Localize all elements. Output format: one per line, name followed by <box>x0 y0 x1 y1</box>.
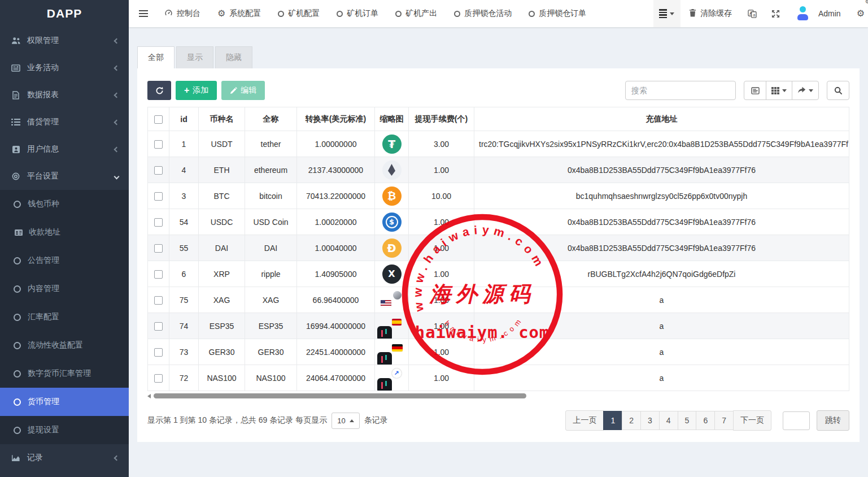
nav-tab-staking-activity[interactable]: 质押锁仓活动 <box>446 0 520 27</box>
circle-icon <box>454 11 460 17</box>
gear-icon: ⚙ <box>865 0 868 5</box>
submenu-item-content[interactable]: 内容管理 <box>0 275 129 303</box>
col-id: id <box>169 107 199 131</box>
nav-tab-miner-output[interactable]: 矿机产出 <box>387 0 446 27</box>
scrollbar-thumb[interactable] <box>154 393 526 398</box>
tab-all[interactable]: 全部 <box>137 46 175 68</box>
submenu-item-exchange-rate[interactable]: 汇率配置 <box>0 303 129 331</box>
add-button[interactable]: + 添加 <box>176 81 217 100</box>
table-row: 1 USDT tether 1.00000000 ₮ 3.00 trc20:TG… <box>148 131 849 157</box>
submenu-item-announcements[interactable]: 公告管理 <box>0 246 129 275</box>
select-all-checkbox[interactable] <box>154 115 163 124</box>
scroll-left-arrow-icon[interactable] <box>147 394 151 398</box>
list-icon <box>10 119 21 125</box>
gear-icon: ⚙ <box>217 9 225 18</box>
nav-tab-label: 质押锁仓订单 <box>539 8 586 19</box>
hamburger-menu-icon[interactable] <box>129 10 156 17</box>
currency-table-wrap: id 币种名 全称 转换率(美元标准) 缩略图 提现手续费(个) 充值地址 <box>147 107 849 391</box>
table-row: 75 XAG XAG 66.96400000 1.00 a <box>148 287 849 313</box>
sidebar-item-platform-settings[interactable]: 平台设置 <box>0 163 129 190</box>
page-button-4[interactable]: 4 <box>659 411 678 430</box>
page-button-7[interactable]: 7 <box>714 411 734 430</box>
clear-cache-button[interactable]: 清除缓存 <box>681 0 740 27</box>
nav-tab-miner-config[interactable]: 矿机配置 <box>269 0 328 27</box>
language-switch-icon[interactable]: Aa <box>740 0 764 27</box>
cell-rate: 24064.47000000 <box>297 365 375 391</box>
sidebar-item-records[interactable]: 记录 <box>0 444 129 471</box>
sidebar-item-label: 记录 <box>27 453 115 463</box>
cell-fee: 1.00 <box>409 209 474 235</box>
row-checkbox[interactable] <box>154 348 163 357</box>
sidebar-item-permissions[interactable]: 权限管理 <box>0 27 129 54</box>
row-checkbox[interactable] <box>154 322 163 331</box>
page-button-2[interactable]: 2 <box>622 411 641 430</box>
nav-tab-label: 控制台 <box>177 8 200 19</box>
row-checkbox[interactable] <box>154 296 163 305</box>
submenu-item-currency-management[interactable]: 货币管理 <box>0 388 129 416</box>
row-checkbox[interactable] <box>154 270 163 279</box>
submenu-item-liquidity-income[interactable]: 流动性收益配置 <box>0 331 129 359</box>
cell-symbol: XAG <box>199 287 245 313</box>
tab-list-dropdown-button[interactable] <box>653 0 681 27</box>
next-page-button[interactable]: 下一页 <box>733 410 771 431</box>
row-checkbox[interactable] <box>154 140 163 149</box>
submenu-item-receive-address[interactable]: 收款地址 <box>0 218 129 246</box>
nav-tab-staking-orders[interactable]: 质押锁仓订单 <box>520 0 595 27</box>
col-rate: 转换率(美元标准) <box>297 107 375 131</box>
nav-tab-miner-orders[interactable]: 矿机订单 <box>328 0 387 27</box>
row-checkbox[interactable] <box>154 166 163 175</box>
cell-rate: 66.96400000 <box>297 287 375 313</box>
sidebar-item-reports[interactable]: 数据报表 <box>0 81 129 109</box>
detail-view-button[interactable] <box>744 81 766 100</box>
refresh-button[interactable] <box>147 81 171 100</box>
cell-fullname: ethereum <box>245 157 297 183</box>
table-toolbar: + 添加 编辑 <box>147 81 849 100</box>
tab-label: 全部 <box>148 53 164 62</box>
tab-label: 隐藏 <box>226 53 242 62</box>
row-checkbox[interactable] <box>154 244 163 253</box>
sidebar-item-userinfo[interactable]: 用户信息 <box>0 136 129 163</box>
page-button-3[interactable]: 3 <box>640 411 660 430</box>
tab-hidden[interactable]: 隐藏 <box>215 46 252 68</box>
cell-address: 0x4ba8B1D253BA55Ddd775C349Ff9bA1ea3977Ff… <box>474 209 849 235</box>
row-checkbox[interactable] <box>154 218 163 227</box>
page-button-5[interactable]: 5 <box>678 411 697 430</box>
jump-page-input[interactable] <box>783 411 810 430</box>
page-button-6[interactable]: 6 <box>696 411 715 430</box>
sidebar-item-lending[interactable]: 借贷管理 <box>0 109 129 136</box>
jump-button[interactable]: 跳转 <box>817 410 849 431</box>
cell-fullname: DAI <box>245 235 297 261</box>
tab-visible[interactable]: 显示 <box>176 46 213 68</box>
settings-gears-icon[interactable]: ⚙ ⚙ <box>849 0 868 27</box>
search-input[interactable] <box>625 81 736 100</box>
cell-symbol: DAI <box>199 235 245 261</box>
sidebar-item-business[interactable]: 业务活动 <box>0 54 129 81</box>
cell-address: a <box>474 339 849 365</box>
col-fullname: 全称 <box>245 107 297 131</box>
row-checkbox[interactable] <box>154 192 163 201</box>
export-button[interactable] <box>792 81 819 100</box>
nav-tab-dashboard[interactable]: 控制台 <box>156 0 209 27</box>
columns-button[interactable] <box>766 81 792 100</box>
page-button-1[interactable]: 1 <box>603 411 622 430</box>
prev-page-button[interactable]: 上一页 <box>565 410 604 431</box>
submenu-item-crypto-rate[interactable]: 数字货币汇率管理 <box>0 359 129 388</box>
submenu-item-label: 钱包币种 <box>28 199 59 209</box>
per-page-select[interactable]: 10 <box>332 413 359 429</box>
submenu-item-withdraw-settings[interactable]: 提现设置 <box>0 416 129 444</box>
nav-tab-system-config[interactable]: ⚙ 系统配置 <box>209 0 269 27</box>
sidebar-item-label: 平台设置 <box>27 171 115 181</box>
sidebar-item-label: 数据报表 <box>27 90 115 100</box>
cell-rate: 1.00020000 <box>297 209 375 235</box>
row-checkbox[interactable] <box>154 374 163 383</box>
cell-fee: 1.00 <box>409 313 474 339</box>
usdt-icon: ₮ <box>382 135 402 154</box>
xrp-icon: X <box>382 264 402 284</box>
cell-symbol: ESP35 <box>199 313 245 339</box>
user-menu[interactable]: Admin <box>787 0 849 27</box>
submenu-item-wallet-coins[interactable]: 钱包币种 <box>0 190 129 218</box>
submenu-item-label: 汇率配置 <box>28 312 59 322</box>
fullscreen-icon[interactable] <box>764 0 787 27</box>
search-button[interactable] <box>827 81 849 100</box>
edit-button[interactable]: 编辑 <box>221 81 265 100</box>
